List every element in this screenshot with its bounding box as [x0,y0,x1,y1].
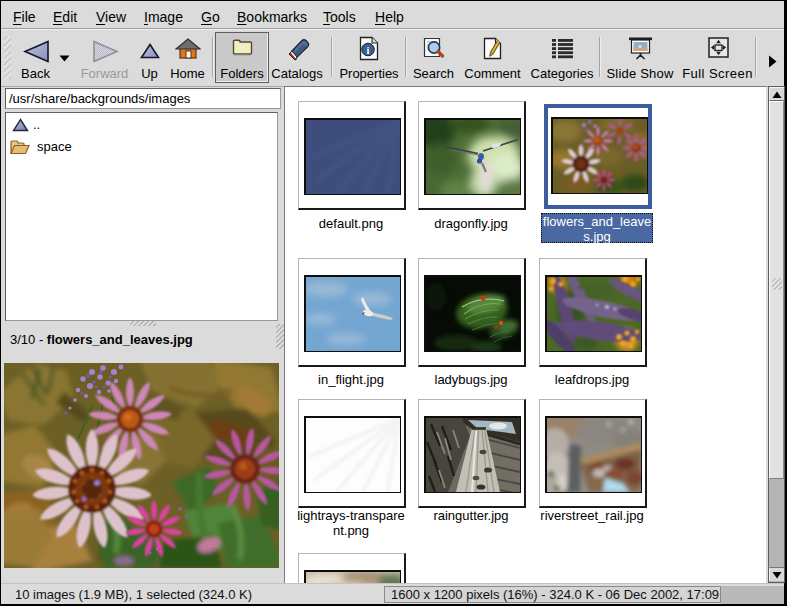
svg-text:i: i [367,45,370,56]
